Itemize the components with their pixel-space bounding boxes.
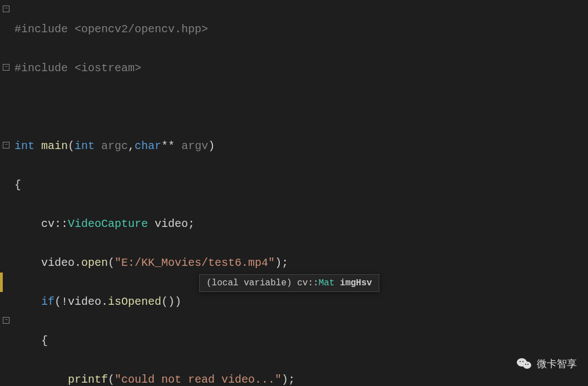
fold-icon[interactable]: −	[3, 142, 9, 149]
preprocessor: #include	[14, 23, 68, 36]
code-editor[interactable]: − − − − #include <opencv2/opencv.hpp> #i…	[0, 0, 588, 386]
string: "E:/KK_Movies/test6.mp4"	[115, 256, 275, 269]
fold-icon[interactable]: −	[3, 317, 9, 324]
type: VideoCapture	[68, 217, 148, 230]
function-name: main	[34, 140, 68, 152]
change-indicator	[0, 273, 3, 292]
tooltip-varname: imgHsv	[334, 278, 372, 288]
watermark-text: 微卡智享	[537, 357, 577, 370]
fold-icon[interactable]: −	[3, 6, 9, 12]
hover-tooltip: (local variable) cv::Mat imgHsv	[199, 274, 379, 292]
watermark: 微卡智享	[517, 357, 577, 370]
fold-icon[interactable]: −	[3, 64, 9, 71]
include-path: <opencv2/opencv.hpp>	[68, 23, 208, 36]
tooltip-type: Mat	[319, 278, 335, 288]
keyword: int	[14, 140, 34, 152]
wechat-icon	[517, 357, 532, 370]
include-path: <iostream>	[68, 62, 141, 75]
preprocessor: #include	[14, 62, 68, 75]
tooltip-prefix: (local variable)	[206, 278, 297, 288]
code-content[interactable]: #include <opencv2/opencv.hpp> #include <…	[12, 0, 588, 386]
gutter: − − − −	[0, 0, 12, 386]
